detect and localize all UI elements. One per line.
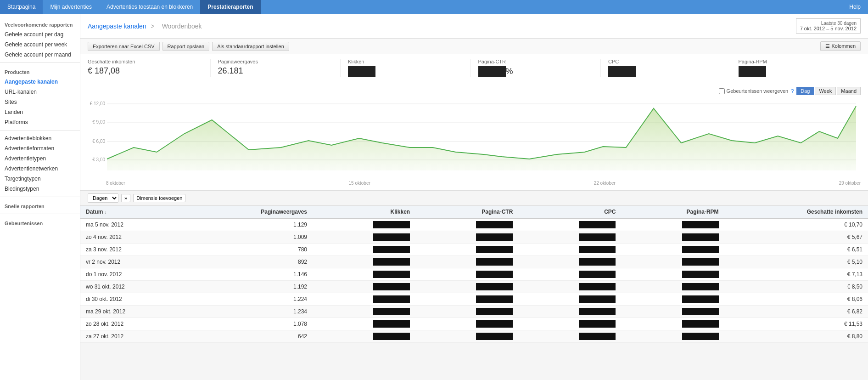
blocked-cell: [579, 283, 616, 290]
cell-paginaweergaves: 1.146: [189, 268, 313, 281]
cell-datum: za 3 nov. 2012: [80, 244, 189, 256]
line-chart: € 12,00 € 9,00 € 6,00 € 3,00: [88, 97, 861, 180]
sidebar-item-url-kanalen[interactable]: URL-kanalen: [0, 87, 80, 97]
cell-datum: ma 5 nov. 2012: [80, 218, 189, 231]
save-report-button[interactable]: Rapport opslaan: [162, 42, 210, 51]
nav-advertenties-toestaan[interactable]: Advertenties toestaan en blokkeren: [99, 0, 200, 14]
stat-label-klikken: Klikken: [348, 59, 463, 64]
sidebar-item-gehele-account-maand[interactable]: Gehele account per maand: [0, 50, 80, 60]
sidebar-item-biedingstypen[interactable]: Biedingstypen: [0, 184, 80, 194]
date-range-selector[interactable]: Laatste 30 dagen 7 okt. 2012 – 5 nov. 20…: [796, 18, 861, 34]
set-standard-button[interactable]: Als standaardrapport instellen: [212, 42, 289, 51]
cell-paginaweergaves: 642: [189, 330, 313, 343]
cell-datum: zo 28 okt. 2012: [80, 318, 189, 330]
col-paginaweergaves[interactable]: Paginaweergaves: [189, 206, 313, 218]
cell-klikken: [313, 330, 415, 343]
svg-text:€ 3,00: € 3,00: [92, 157, 105, 162]
blocked-cell: [373, 295, 410, 303]
stat-label-paginaweergaves: Paginaweergaves: [218, 59, 333, 64]
stats-bar: Geschatte inkomsten € 187,08 Paginaweerg…: [80, 54, 868, 82]
days-selector[interactable]: Dagen: [88, 193, 118, 203]
cell-paginaweergaves: 1.078: [189, 318, 313, 330]
stat-geschatte-inkomsten: Geschatte inkomsten € 187,08: [88, 59, 211, 77]
cell-cpc: [518, 244, 621, 256]
col-cpc[interactable]: CPC: [518, 206, 621, 218]
stat-value-paginaweergaves: 26.181: [218, 66, 333, 76]
svg-text:€ 12,00: € 12,00: [90, 101, 106, 106]
columns-icon: ☰: [825, 43, 830, 49]
breadcrumb-link[interactable]: Aangepaste kanalen: [88, 23, 146, 30]
cell-geschatte-inkomsten: € 5,67: [724, 231, 868, 244]
period-week-button[interactable]: Week: [815, 87, 836, 95]
sidebar-item-sites[interactable]: Sites: [0, 97, 80, 107]
cell-pagina-ctr: [415, 281, 518, 293]
stat-value-pagina-ctr: %: [478, 66, 594, 77]
svg-text:€ 6,00: € 6,00: [92, 139, 105, 144]
nav-prestatieraporten[interactable]: Prestatieraporten: [200, 0, 260, 14]
blocked-cell: [579, 308, 616, 315]
chart-container: Gebeurtenissen weergeven ? Dag Week Maan…: [80, 82, 868, 191]
cell-paginaweergaves: 1.192: [189, 281, 313, 293]
stat-label-pagina-rpm: Pagina-RPM: [739, 59, 854, 64]
sidebar-item-gehele-account-week[interactable]: Gehele account per week: [0, 40, 80, 50]
table-row: za 3 nov. 2012 780 € 6,51: [80, 244, 868, 256]
export-csv-button[interactable]: Exporteren naar Excel CSV: [88, 42, 160, 51]
blocked-cell: [682, 258, 719, 266]
stat-paginaweergaves: Paginaweergaves 26.181: [211, 59, 341, 77]
sidebar-section-producten: Producten: [0, 66, 80, 77]
cell-pagina-rpm: [621, 306, 724, 318]
svg-text:€ 9,00: € 9,00: [92, 119, 105, 125]
sidebar-item-targetingtypen[interactable]: Targetingtypen: [0, 174, 80, 184]
table-body: ma 5 nov. 2012 1.129 € 10,70 zo 4 nov. 2…: [80, 218, 868, 343]
blocked-cell: [682, 221, 719, 228]
dimension-toevoegen-button[interactable]: Dimensie toevoegen: [133, 194, 185, 202]
table-row: vr 2 nov. 2012 892 € 5,10: [80, 256, 868, 268]
blocked-cell: [682, 308, 719, 315]
cell-geschatte-inkomsten: € 5,10: [724, 256, 868, 268]
sidebar-section-gebeurtenissen: Gebeurtenissen: [0, 217, 80, 228]
sidebar-item-advertentienetwerken[interactable]: Advertentienetwerken: [0, 164, 80, 174]
blocked-cell: [373, 258, 410, 266]
period-buttons: Dag Week Maand: [796, 87, 861, 95]
cell-datum: wo 31 okt. 2012: [80, 281, 189, 293]
table-row: wo 31 okt. 2012 1.192 € 8,50: [80, 281, 868, 293]
sidebar-item-advertentietypen[interactable]: Advertentietypen: [0, 153, 80, 164]
stat-blocked-klikken: [348, 66, 375, 77]
sidebar-item-advertentieformaten[interactable]: Advertentieformaten: [0, 143, 80, 153]
period-dag-button[interactable]: Dag: [796, 87, 814, 95]
sidebar-item-advertentieblokken[interactable]: Advertentieblokken: [0, 133, 80, 143]
blocked-cell: [476, 271, 513, 278]
blocked-cell: [373, 246, 410, 253]
sidebar-item-aangepaste-kanalen[interactable]: Aangepaste kanalen: [0, 77, 80, 87]
col-pagina-ctr[interactable]: Pagina-CTR: [415, 206, 518, 218]
col-datum[interactable]: Datum ↓: [80, 206, 189, 218]
cell-cpc: [518, 218, 621, 231]
gebeurtenissen-help-icon[interactable]: ?: [791, 88, 794, 94]
gebeurtenissen-checkbox[interactable]: [719, 88, 725, 94]
cell-datum: ma 29 okt. 2012: [80, 306, 189, 318]
col-klikken[interactable]: Klikken: [313, 206, 415, 218]
blocked-cell: [373, 333, 410, 340]
x-label-15okt: 15 oktober: [349, 181, 370, 186]
sidebar-item-platforms[interactable]: Platforms: [0, 117, 80, 127]
cell-pagina-ctr: [415, 244, 518, 256]
gebeurtenissen-checkbox-label[interactable]: Gebeurtenissen weergeven: [719, 88, 789, 94]
help-link[interactable]: Help: [842, 0, 868, 14]
table-arrow-button[interactable]: »: [121, 194, 130, 202]
table-toolbar: Dagen » Dimensie toevoegen: [80, 191, 868, 206]
stat-ctr-pct: %: [506, 67, 513, 76]
cell-cpc: [518, 281, 621, 293]
blocked-cell: [682, 283, 719, 290]
col-pagina-rpm[interactable]: Pagina-RPM: [621, 206, 724, 218]
col-geschatte-inkomsten[interactable]: Geschatte inkomsten: [724, 206, 868, 218]
table-row: di 30 okt. 2012 1.224 € 8,06: [80, 293, 868, 306]
sidebar-item-gehele-account-dag[interactable]: Gehele account per dag: [0, 29, 80, 40]
columns-button[interactable]: ☰ Kolommen: [820, 41, 861, 51]
cell-cpc: [518, 268, 621, 281]
blocked-cell: [579, 271, 616, 278]
period-maand-button[interactable]: Maand: [837, 87, 861, 95]
cell-geschatte-inkomsten: € 7,13: [724, 268, 868, 281]
nav-mijn-advertenties[interactable]: Mijn advertenties: [43, 0, 99, 14]
nav-startpagina[interactable]: Startpagina: [0, 0, 43, 14]
sidebar-item-landen[interactable]: Landen: [0, 107, 80, 117]
